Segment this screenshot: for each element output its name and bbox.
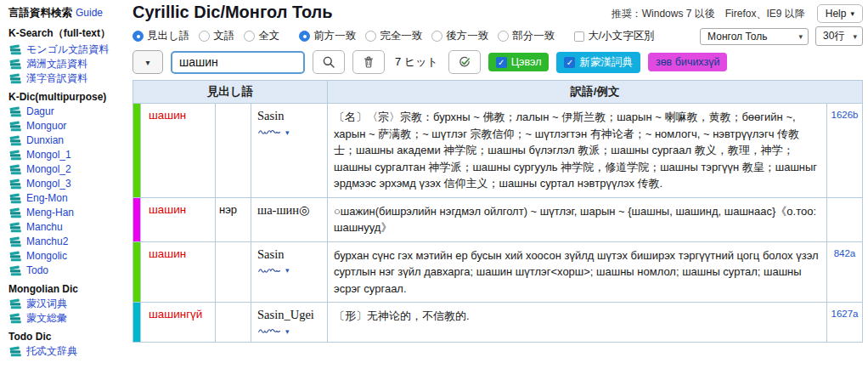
radio-partial-match[interactable]: 部分一致: [498, 29, 555, 43]
headword: шашин: [141, 241, 216, 303]
search-options-row: 見出し語 文語 全文 前方一致 完全一致 後方一致 部分一致 大/小文字区別 М…: [132, 26, 863, 46]
dict-toggle-tsevel[interactable]: ✓ Цэвэл: [488, 53, 550, 71]
definition: бурхан сүнс гэх мэтийн ер бусын хий хоос…: [328, 241, 827, 303]
part-of-speech: нэр: [216, 197, 251, 241]
books-icon: [8, 265, 22, 276]
page-ref-link[interactable]: 1627a: [831, 309, 859, 319]
books-icon: [8, 193, 22, 204]
page-ref-cell: 1626b: [826, 104, 862, 198]
search-input[interactable]: [171, 51, 305, 74]
search-button[interactable]: [313, 50, 345, 74]
radio-prefix-match[interactable]: 前方一致: [299, 29, 356, 43]
sidebar-item-kanji-onyaku[interactable]: 漢字音訳資料: [8, 72, 124, 85]
dict-toggle-shin-moukan[interactable]: ✓ 新蒙漢詞典: [556, 52, 640, 73]
radio-dot-icon: [498, 31, 509, 42]
romanization-cell: Sasin_Ugei ▾: [251, 303, 328, 343]
page-ref-cell: 1627a: [826, 303, 862, 343]
definition: ○шажин(бишрэлийн нэгдмэл ойлголт) ~ шүтл…: [328, 197, 827, 241]
books-icon: [8, 207, 22, 218]
books-icon: [8, 106, 22, 117]
mongolian-script-icon: [257, 127, 283, 138]
radio-headword[interactable]: 見出し語: [132, 29, 189, 43]
books-icon: [8, 164, 22, 175]
dictionary-select[interactable]: Монгол Толь ▾: [700, 28, 809, 45]
caret-down-icon: ▾: [145, 58, 149, 67]
section-heading-kdic: K-Dic(multipurpose): [8, 91, 124, 103]
clear-button[interactable]: [352, 50, 385, 74]
source-color-bar: [133, 104, 141, 198]
trash-icon: [362, 55, 375, 69]
sidebar-item-dunxian[interactable]: Dunxian: [8, 134, 124, 147]
books-icon: [8, 135, 22, 146]
sidebar-item-manchu[interactable]: Manchu: [8, 221, 124, 234]
recheck-button[interactable]: [448, 50, 481, 74]
books-icon: [8, 313, 22, 324]
radio-dot-icon: [431, 31, 442, 42]
sidebar-item-manchu-bungo[interactable]: 満洲文語資料: [8, 58, 124, 71]
caret-down-icon: ▾: [799, 32, 803, 41]
sidebar-item-monguor[interactable]: Monguor: [8, 120, 124, 133]
page-title: Cyrillic Dic/Монгол Толь: [132, 3, 333, 22]
sidebar-item-dagur[interactable]: Dagur: [8, 105, 124, 118]
radio-dot-icon: [244, 31, 255, 42]
books-icon: [8, 150, 22, 161]
checkbox-icon: [574, 31, 584, 42]
source-color-bar: [133, 241, 141, 303]
column-header-headword: 見出し語: [133, 81, 328, 104]
part-of-speech: [216, 241, 251, 303]
sidebar-item-mongol2[interactable]: Mongol_2: [8, 163, 124, 176]
sidebar-item-menghan[interactable]: Meng-Han: [8, 207, 124, 219]
sidebar-item-mongolic[interactable]: Mongolic: [8, 250, 124, 263]
mongolian-script-icon: [257, 326, 283, 337]
query-history-dropdown-button[interactable]: ▾: [132, 50, 163, 74]
caret-down-icon: ▾: [853, 32, 857, 41]
radio-dot-icon: [132, 31, 144, 42]
help-button[interactable]: Help ▾: [817, 4, 863, 23]
books-icon: [8, 222, 22, 233]
caret-down-icon: ▾: [285, 327, 290, 336]
sidebar-header: 言語資料検索Guide: [8, 6, 124, 20]
sidebar-item-mongol-bungo[interactable]: モンゴル文語資料: [8, 43, 124, 56]
dict-toggle-zev-bichikhzui[interactable]: ✓ зөв бичихзүй: [648, 53, 728, 71]
mongolian-script-dropdown[interactable]: ▾: [257, 326, 321, 337]
sidebar-item-mongol3[interactable]: Mongol_3: [8, 178, 124, 190]
page-ref-link[interactable]: 1626b: [831, 110, 859, 120]
section-heading-todo-dic: Todo Dic: [8, 331, 124, 343]
books-icon: [8, 251, 22, 262]
mongolian-script-dropdown[interactable]: ▾: [257, 127, 321, 138]
definition: 〔形〕无神论的，不信教的.: [328, 303, 827, 343]
checkbox-case-sensitive[interactable]: 大/小文字区別: [574, 29, 654, 43]
books-icon: [8, 121, 22, 132]
sidebar-item-mengwen-zonghui[interactable]: 蒙文総彙: [8, 312, 124, 325]
checkbox-checked-icon: ✓: [496, 57, 507, 68]
radio-suffix-match[interactable]: 後方一致: [431, 29, 488, 43]
radio-dot-icon: [299, 31, 310, 42]
headword: шашин: [141, 197, 216, 241]
radio-bungo[interactable]: 文語: [199, 29, 234, 43]
page-ref-link[interactable]: 842a: [834, 248, 856, 258]
sidebar-item-tuotewen-cidian[interactable]: 托忒文辞典: [8, 345, 124, 358]
radio-dot-icon: [199, 31, 210, 42]
app-window: 言語資料検索Guide K-Search（full-text） モンゴル文語資料…: [0, 0, 868, 380]
radio-exact-match[interactable]: 完全一致: [365, 29, 422, 43]
result-row: шашин нэр ша-шин◎ ○шажин(бишрэлийн нэгдм…: [133, 197, 863, 241]
results-header-row: 見出し語 訳語/例文: [133, 81, 863, 104]
books-icon: [8, 236, 22, 247]
radio-fulltext[interactable]: 全文: [244, 29, 279, 43]
mongolian-script-dropdown[interactable]: ▾: [257, 265, 321, 276]
sidebar-item-mongol1[interactable]: Mongol_1: [8, 149, 124, 162]
books-icon: [8, 179, 22, 190]
sidebar-item-manchu2[interactable]: Manchu2: [8, 235, 124, 248]
result-row: шашингүй Sasin_Ugei ▾ 〔形〕无神论的，不信教的. 1627…: [133, 303, 863, 343]
definition: 〔名〕〈宗〉宗教：бурхны ~ 佛教；лалын ~ 伊斯兰教；шарын …: [328, 104, 827, 198]
sidebar-item-engmon[interactable]: Eng-Mon: [8, 192, 124, 205]
guide-link[interactable]: Guide: [76, 7, 103, 19]
rows-per-page-select[interactable]: 30行 ▾: [815, 26, 863, 46]
result-row: шашин Sasin ▾ бурхан сүнс гэх мэтийн ер …: [133, 241, 863, 303]
section-heading-mongolian-dic: Mongolian Dic: [8, 283, 124, 295]
result-row: шашин Sasin ▾ 〔名〕〈宗〉宗教：бурхны ~ 佛教；лалын…: [133, 104, 863, 198]
mongolian-script-icon: [257, 265, 283, 276]
sidebar-item-menghan-cidian[interactable]: 蒙汉词典: [8, 298, 124, 310]
sidebar-item-todo[interactable]: Todo: [8, 264, 124, 277]
romanization-cell: Sasin ▾: [251, 241, 328, 303]
